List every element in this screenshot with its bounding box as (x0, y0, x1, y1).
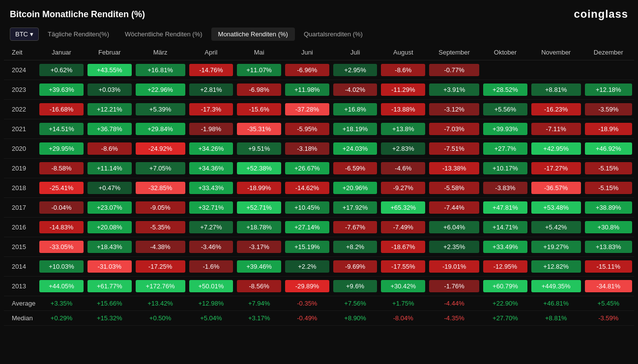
value-cell: -7.67% (331, 218, 379, 237)
value-cell: +52.38% (235, 159, 283, 178)
value-cell: +61.77% (86, 277, 134, 296)
return-value: +8.2% (333, 241, 377, 253)
return-value: -18.67% (381, 241, 425, 253)
return-value: +3.91% (429, 84, 479, 96)
value-cell: +2.83% (379, 139, 427, 159)
table-row: 2014+10.03%-31.03%-17.25%-1.6%+39.46%+2.… (4, 257, 634, 277)
return-value: +27.7% (483, 142, 527, 155)
value-cell: -25.41% (37, 178, 86, 198)
value-cell: +20.96% (331, 178, 379, 198)
return-value: -4.38% (136, 241, 185, 253)
return-value: -16.68% (39, 103, 84, 115)
median-value: +5.04% (187, 311, 235, 326)
tab-weekly[interactable]: Wöchentliche Renditen (%) (118, 28, 209, 41)
return-value: -1.98% (189, 123, 233, 135)
return-value: -33.05% (39, 241, 84, 253)
value-cell: +15.19% (283, 237, 331, 257)
asset-label: BTC (15, 30, 28, 38)
value-cell: +38.89% (583, 198, 634, 218)
return-value: +30.42% (381, 280, 425, 292)
return-value: +14.71% (483, 221, 527, 233)
value-cell: -7.44% (427, 198, 481, 218)
value-cell: -14.62% (283, 178, 331, 198)
return-value: -8.58% (39, 162, 84, 174)
value-cell: +26.67% (283, 159, 331, 178)
return-value: -3.17% (237, 241, 281, 253)
return-value: -13.38% (429, 162, 479, 174)
return-value: -5.35% (136, 221, 185, 233)
return-value: +15.19% (285, 241, 329, 253)
median-value: +15.32% (86, 311, 134, 326)
tab-quarterly[interactable]: Quartalsrenditen (%) (297, 28, 370, 41)
value-cell: +14.71% (481, 218, 529, 237)
table-row: 2018-25.41%+0.47%-32.85%+33.43%-18.99%-1… (4, 178, 634, 198)
value-cell: -5.58% (427, 178, 481, 198)
col-header-dez: Dezember (583, 45, 634, 60)
average-value: +22.90% (481, 296, 529, 311)
tab-monthly[interactable]: Monatliche Renditen (%) (211, 28, 295, 41)
return-value: +10.03% (39, 260, 84, 273)
return-value: -17.27% (531, 162, 581, 174)
return-value: -25.41% (39, 182, 84, 194)
return-value: -14.62% (285, 182, 329, 194)
return-value: -8.6% (381, 64, 425, 76)
value-cell: +18.43% (86, 237, 134, 257)
col-header-okt: Oktober (481, 45, 529, 60)
value-cell: +0.47% (86, 178, 134, 198)
return-value: +61.77% (87, 280, 132, 292)
average-value: +5.45% (583, 296, 634, 311)
value-cell: -18.99% (235, 178, 283, 198)
tab-daily[interactable]: Tägliche Renditen(%) (41, 28, 116, 41)
return-value: +20.08% (87, 221, 132, 233)
col-header-mai: Mai (235, 45, 283, 60)
value-cell: -1.76% (427, 277, 481, 296)
return-value: -32.85% (136, 182, 185, 194)
table-row: 2021+14.51%+36.78%+29.84%-1.98%-35.31%-5… (4, 119, 634, 139)
col-header-jun: Juni (283, 45, 331, 60)
table-row: 2020+29.95%-8.6%-24.92%+34.26%+9.51%-3.1… (4, 139, 634, 159)
return-value: +50.01% (189, 280, 233, 292)
value-cell: -37.28% (283, 100, 331, 119)
return-value: +44.05% (39, 280, 84, 292)
return-value: +22.96% (136, 84, 185, 96)
value-cell: +12.18% (583, 80, 634, 100)
return-value: -3.83% (483, 182, 527, 194)
chevron-down-icon: ▾ (30, 30, 33, 38)
return-value: +32.71% (189, 201, 233, 214)
return-value: +12.82% (531, 260, 581, 273)
average-value: -0.35% (283, 296, 331, 311)
median-value: -0.49% (283, 311, 331, 326)
year-cell: 2019 (4, 159, 37, 178)
value-cell: +52.71% (235, 198, 283, 218)
asset-selector[interactable]: BTC ▾ (10, 28, 39, 41)
value-cell: -36.57% (529, 178, 583, 198)
col-header-zeit: Zeit (4, 45, 37, 60)
return-value: +10.17% (483, 162, 527, 174)
value-cell: -6.98% (235, 80, 283, 100)
median-value: -4.35% (427, 311, 481, 326)
value-cell: +27.7% (481, 139, 529, 159)
value-cell: +46.92% (583, 139, 634, 159)
main-table-container: Zeit Januar Februar März April Mai Juni … (0, 45, 638, 326)
return-value: -9.27% (381, 182, 425, 194)
value-cell: -29.89% (283, 277, 331, 296)
return-value: +38.89% (585, 201, 632, 214)
value-cell: -7.03% (427, 119, 481, 139)
value-cell: -24.92% (134, 139, 187, 159)
year-cell: 2020 (4, 139, 37, 159)
return-value: +26.67% (285, 162, 329, 174)
return-value: +52.38% (237, 162, 281, 174)
value-cell: -9.69% (331, 257, 379, 277)
return-value: -16.23% (531, 103, 581, 115)
return-value: +2.2% (285, 260, 329, 273)
col-header-sep: September (427, 45, 481, 60)
year-cell: 2021 (4, 119, 37, 139)
table-row: 2016-14.83%+20.08%-5.35%+7.27%+18.78%+27… (4, 218, 634, 237)
value-cell (481, 60, 529, 80)
return-value: -7.03% (429, 123, 479, 135)
return-value: +16.8% (333, 103, 377, 115)
value-cell: -9.05% (134, 198, 187, 218)
average-value: +46.81% (529, 296, 583, 311)
value-cell: -3.59% (583, 100, 634, 119)
value-cell: -17.55% (379, 257, 427, 277)
